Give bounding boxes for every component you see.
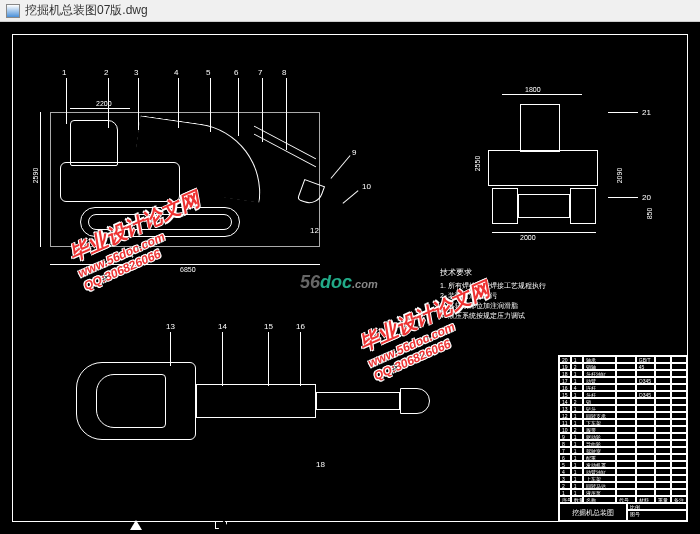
bom-row: 171动臂Q345 [559,377,687,384]
cad-canvas[interactable]: 1 2 3 4 5 6 7 8 9 10 12 2200 2590 1074 6… [0,22,700,534]
dim-line [40,112,41,247]
leader [238,78,239,136]
bom-cell [655,468,671,475]
bom-row: 61配重 [559,454,687,461]
leader [222,332,223,386]
dim: 2090 [616,168,623,184]
leader [268,332,269,386]
bom-row: 91驱动轮 [559,433,687,440]
bom-cell [616,475,636,482]
bom-cell: 铲斗 [583,405,616,412]
bom-cell [616,398,636,405]
bom-cell [655,447,671,454]
bom-cell: 1 [571,447,583,454]
bom-cell [655,412,671,419]
bom-cell [616,405,636,412]
callout: 14 [218,322,227,331]
bom-cell: 2 [559,482,571,489]
bom-cell [636,405,656,412]
bom-cell: 轴承 [583,356,616,363]
callout: 3 [134,68,138,77]
bom-cell [655,391,671,398]
bom-row: 11液压泵 [559,489,687,496]
bom-cell [616,412,636,419]
bom-cell: 9 [559,433,571,440]
bom-row: 81导向轮 [559,440,687,447]
bom-row: 111下车架 [559,419,687,426]
callout: 8 [282,68,286,77]
bom-cell: 驱动轮 [583,433,616,440]
bom-cell: Q345 [636,391,656,398]
callout: 18 [316,460,325,469]
leader [608,197,638,198]
bom-cell: 2 [571,398,583,405]
bom-cell: 5 [559,461,571,468]
bom-cell [636,447,656,454]
bom-header-cell: 序号 [559,496,571,503]
bom-cell: 1 [571,419,583,426]
bom-cell: 动臂 [583,377,616,384]
bom-cell [671,377,687,384]
bom-cell: 1 [571,356,583,363]
dim: 850 [646,208,653,220]
bom-cell: 4 [559,468,571,475]
bom-cell: 45 [636,363,656,370]
bom-header-cell: 代号 [616,496,636,503]
bom-cell [671,447,687,454]
track-inner [88,214,232,230]
title-row: 挖掘机总装图 比例 图号 [559,503,687,521]
app-window: 挖掘机总装图07版.dwg 1 2 3 4 5 [0,0,700,534]
bom-cell [671,433,687,440]
marker-triangle-open-icon [218,520,230,530]
bom-cell [655,440,671,447]
bom-header-cell: 材料 [636,496,656,503]
rear-under [518,194,570,218]
bom-cell [636,370,656,377]
dim: 2000 [520,234,536,241]
bom-cell [636,419,656,426]
cab-outline [70,120,118,166]
bom-cell: 回转马达 [583,482,616,489]
bom-row: 41动臂油缸 [559,468,687,475]
dim-line [70,108,130,109]
bom-cell: 2 [571,363,583,370]
bom-cell: 1 [571,412,583,419]
bom-cell: 1 [571,433,583,440]
bom-header-cell: 名称 [583,496,616,503]
note-line: 4. 液压系统按规定压力调试 [440,311,546,321]
leader [178,78,179,128]
bom-cell [655,482,671,489]
leader [210,78,211,132]
bom-row: 102履带 [559,426,687,433]
bom-row: 21回转马达 [559,482,687,489]
bom-cell: 1 [571,454,583,461]
bom-cell [671,391,687,398]
bom-cell [636,384,656,391]
bom-cell [655,377,671,384]
bom-cell: 1 [571,391,583,398]
callout: 2 [104,68,108,77]
bom-cell: 动臂油缸 [583,468,616,475]
bom-cell: 14 [559,398,571,405]
bom-cell: 下车架 [583,419,616,426]
bom-header-cell: 数量 [571,496,583,503]
bom-cell [655,454,671,461]
bom-cell [636,468,656,475]
bom-row: 31上车架 [559,475,687,482]
rear-track-r [570,188,596,224]
bom-cell [636,398,656,405]
bom-cell [616,440,636,447]
bom-cell: 斗杆油缸 [583,370,616,377]
bom-cell [671,454,687,461]
plan-boom [196,384,316,418]
callout: 5 [206,68,210,77]
bom-cell: 回转支承 [583,412,616,419]
bom-cell [671,370,687,377]
bom-cell [655,363,671,370]
bom-row: 201轴承GB/T [559,356,687,363]
bom-cell [671,356,687,363]
bom-cell [655,384,671,391]
bom-cell [616,377,636,384]
bom-cell [655,398,671,405]
bom-header-cell: 备注 [671,496,687,503]
